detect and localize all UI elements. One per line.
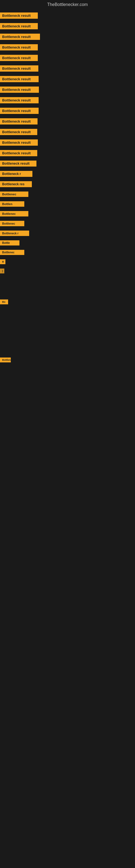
list-item: Bottlenec bbox=[0, 209, 135, 219]
list-item: Bottleneck r bbox=[0, 228, 135, 238]
bottleneck-badge[interactable]: Bottle bbox=[0, 240, 19, 246]
list-item: Bottleneck result bbox=[0, 148, 135, 158]
bottleneck-badge[interactable]: Bottleneck result bbox=[0, 97, 39, 103]
list-item: Bottleneck result bbox=[0, 105, 135, 116]
list-item: Bottle bbox=[0, 238, 135, 248]
list-item: Bottleneck result bbox=[0, 84, 135, 95]
list-item: Bottleneck r bbox=[0, 355, 135, 365]
site-title: TheBottlenecker.com bbox=[0, 0, 135, 10]
list-item: Bottleneck result bbox=[0, 42, 135, 53]
bottleneck-badge[interactable]: Bottleneck result bbox=[0, 44, 38, 51]
list-item: Bottlenec bbox=[0, 189, 135, 199]
list-item: Bottleneck result bbox=[0, 116, 135, 127]
bottleneck-badge[interactable]: Bottlen bbox=[0, 201, 24, 207]
list-item: | bbox=[0, 267, 135, 276]
list-item: Bottlenec bbox=[0, 248, 135, 257]
spacer bbox=[0, 307, 135, 355]
site-title-container: TheBottlenecker.com bbox=[0, 0, 135, 10]
bottleneck-badge[interactable]: Bottleneck result bbox=[0, 118, 38, 124]
bottleneck-badge[interactable]: Bottlenec bbox=[0, 250, 24, 255]
bottleneck-badge[interactable]: Bottleneck result bbox=[0, 161, 37, 166]
list-item: Bottleneck result bbox=[0, 127, 135, 137]
bottleneck-badge[interactable]: Bottleneck result bbox=[0, 87, 39, 93]
list-item: Bottleneck result bbox=[0, 53, 135, 63]
bottleneck-badge[interactable]: Bottleneck result bbox=[0, 12, 38, 19]
bottleneck-badge[interactable]: Bottleneck res bbox=[0, 181, 32, 187]
bottleneck-badge[interactable]: Bottleneck result bbox=[0, 55, 38, 61]
list-item: Bottlenec bbox=[0, 219, 135, 228]
list-item: Bottleneck result bbox=[0, 74, 135, 84]
list-item: Bottleneck result bbox=[0, 10, 135, 21]
bottleneck-badge[interactable]: Bo bbox=[0, 300, 8, 304]
bottleneck-badge[interactable]: Bottleneck result bbox=[0, 140, 38, 146]
bottleneck-badge[interactable]: Bottleneck result bbox=[0, 150, 37, 156]
list-item: B bbox=[0, 257, 135, 267]
spacer bbox=[0, 365, 135, 419]
bottleneck-badge[interactable]: Bottleneck result bbox=[0, 108, 39, 114]
bottleneck-list: Bottleneck result Bottleneck result Bott… bbox=[0, 10, 135, 419]
list-item: Bottleneck r bbox=[0, 169, 135, 179]
bottleneck-badge[interactable]: Bottlenec bbox=[0, 211, 28, 216]
bottleneck-badge[interactable]: Bottlenec bbox=[0, 191, 28, 197]
bottleneck-badge[interactable]: Bottleneck result bbox=[0, 65, 38, 72]
bottleneck-badge[interactable]: Bottleneck result bbox=[0, 34, 40, 40]
bottleneck-badge[interactable]: Bottleneck r bbox=[0, 358, 11, 362]
list-item: Bottleneck result bbox=[0, 158, 135, 169]
list-item: Bottleneck result bbox=[0, 63, 135, 74]
bottleneck-badge[interactable]: Bottleneck r bbox=[0, 230, 29, 236]
list-item: Bottlen bbox=[0, 199, 135, 209]
bottleneck-badge[interactable]: Bottleneck result bbox=[0, 23, 38, 29]
bottleneck-badge[interactable]: Bottleneck r bbox=[0, 171, 32, 177]
spacer bbox=[0, 276, 135, 297]
bottleneck-badge[interactable]: Bottleneck result bbox=[0, 76, 39, 82]
bottleneck-badge[interactable]: Bottlenec bbox=[0, 221, 24, 226]
list-item: Bottleneck result bbox=[0, 95, 135, 105]
list-item: Bottleneck result bbox=[0, 21, 135, 31]
list-item: Bottleneck res bbox=[0, 179, 135, 189]
bottleneck-badge[interactable]: B bbox=[0, 259, 5, 264]
list-item: Bo bbox=[0, 297, 135, 307]
bottleneck-badge[interactable]: Bottleneck result bbox=[0, 129, 37, 135]
list-item: Bottleneck result bbox=[0, 137, 135, 148]
list-item: Bottleneck result bbox=[0, 31, 135, 42]
bottleneck-badge[interactable]: | bbox=[0, 269, 4, 273]
